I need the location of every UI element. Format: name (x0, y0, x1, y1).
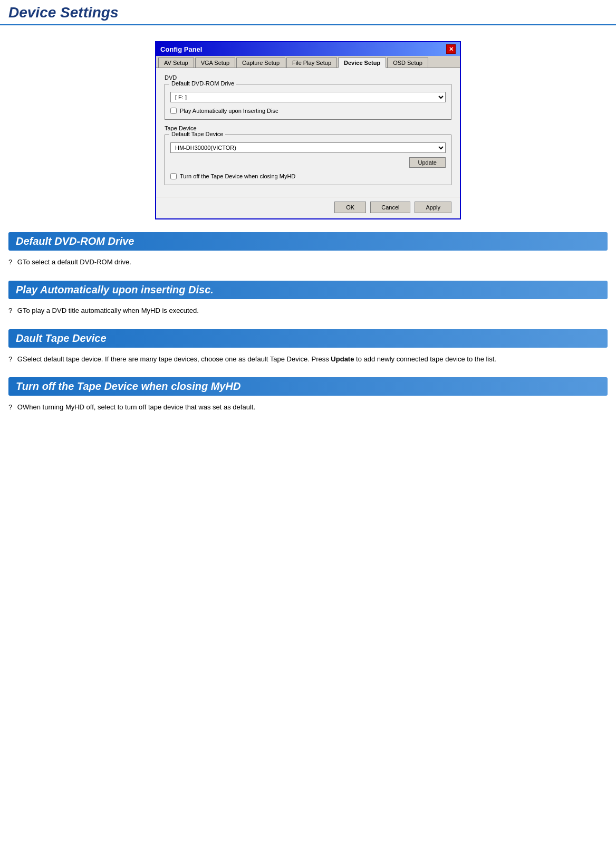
dialog-tabs: AV Setup VGA Setup Capture Setup File Pl… (156, 56, 460, 68)
tab-vga-setup[interactable]: VGA Setup (195, 58, 235, 68)
play-auto-bullet: ? (8, 305, 14, 317)
dialog-content: DVD Default DVD-ROM Drive [ F: ] Play Au… (156, 68, 460, 197)
desc-turnoff: ? OWhen turning MyHD off, select to turn… (8, 402, 608, 413)
section-header-play-auto: Play Automatically upon inserting Disc. (8, 281, 608, 299)
turn-off-checkbox[interactable] (170, 173, 177, 179)
config-panel-dialog: Config Panel ✕ AV Setup VGA Setup Captur… (155, 41, 461, 219)
page-title: Device Settings (8, 4, 608, 21)
play-auto-label: Play Automatically upon Inserting Disc (180, 108, 278, 114)
tab-device-setup[interactable]: Device Setup (338, 58, 386, 68)
dvd-rom-desc-row: ? GTo select a default DVD-ROM drive. (8, 257, 608, 268)
turnoff-desc: OWhen turning MyHD off, select to turn o… (17, 402, 255, 413)
page-title-bar: Device Settings (0, 0, 616, 25)
apply-button[interactable]: Apply (415, 202, 451, 213)
dvd-drive-row: [ F: ] (170, 92, 446, 102)
dvd-rom-desc: GTo select a default DVD-ROM drive. (17, 257, 131, 268)
dialog-title: Config Panel (160, 45, 202, 53)
tab-av-setup[interactable]: AV Setup (158, 58, 194, 68)
turnoff-desc-row: ? OWhen turning MyHD off, select to turn… (8, 402, 608, 413)
tab-file-play-setup[interactable]: File Play Setup (286, 58, 337, 68)
cancel-button[interactable]: Cancel (370, 202, 410, 213)
tape-desc-row: ? GSelect default tape device. If there … (8, 354, 608, 365)
update-row: Update (170, 157, 446, 168)
turnoff-bullet: ? (8, 402, 14, 413)
dialog-wrapper: Config Panel ✕ AV Setup VGA Setup Captur… (0, 41, 616, 219)
dvd-group-title: Default DVD-ROM Drive (169, 80, 236, 87)
tape-device-dropdown[interactable]: HM-DH30000(VICTOR) (170, 142, 446, 153)
turn-off-label: Turn off the Tape Device when closing My… (180, 173, 295, 179)
tape-group-box: Default Tape Device HM-DH30000(VICTOR) U… (165, 135, 451, 185)
tape-device-row: HM-DH30000(VICTOR) (170, 142, 446, 153)
section-header-tape: Dault Tape Device (8, 329, 608, 348)
play-auto-desc: GTo play a DVD title automatically when … (17, 305, 199, 317)
desc-play-auto: ? GTo play a DVD title automatically whe… (8, 305, 608, 317)
turn-off-row: Turn off the Tape Device when closing My… (170, 173, 446, 179)
dvd-group-content: [ F: ] Play Automatically upon Inserting… (170, 92, 446, 114)
tape-bullet: ? (8, 354, 14, 365)
dvd-drive-dropdown[interactable]: [ F: ] (170, 92, 446, 102)
tape-group-content: HM-DH30000(VICTOR) Update Turn off the T… (170, 142, 446, 179)
play-auto-row: Play Automatically upon Inserting Disc (170, 108, 446, 114)
dialog-close-button[interactable]: ✕ (446, 44, 456, 54)
dialog-titlebar: Config Panel ✕ (156, 42, 460, 56)
tab-capture-setup[interactable]: Capture Setup (236, 58, 285, 68)
tape-group-title: Default Tape Device (169, 131, 225, 137)
tab-osd-setup[interactable]: OSD Setup (387, 58, 428, 68)
dvd-rom-bullet: ? (8, 257, 14, 268)
play-auto-checkbox[interactable] (170, 108, 177, 114)
play-auto-desc-row: ? GTo play a DVD title automatically whe… (8, 305, 608, 317)
dvd-group-box: Default DVD-ROM Drive [ F: ] Play Automa… (165, 84, 451, 120)
tape-desc: GSelect default tape device. If there ar… (17, 354, 496, 365)
desc-tape: ? GSelect default tape device. If there … (8, 354, 608, 365)
ok-button[interactable]: OK (334, 202, 366, 213)
dialog-buttons: OK Cancel Apply (156, 197, 460, 218)
update-button[interactable]: Update (409, 157, 446, 168)
section-header-dvd-rom: Default DVD-ROM Drive (8, 232, 608, 251)
desc-dvd-rom: ? GTo select a default DVD-ROM drive. (8, 257, 608, 268)
section-header-turnoff: Turn off the Tape Device when closing My… (8, 377, 608, 396)
